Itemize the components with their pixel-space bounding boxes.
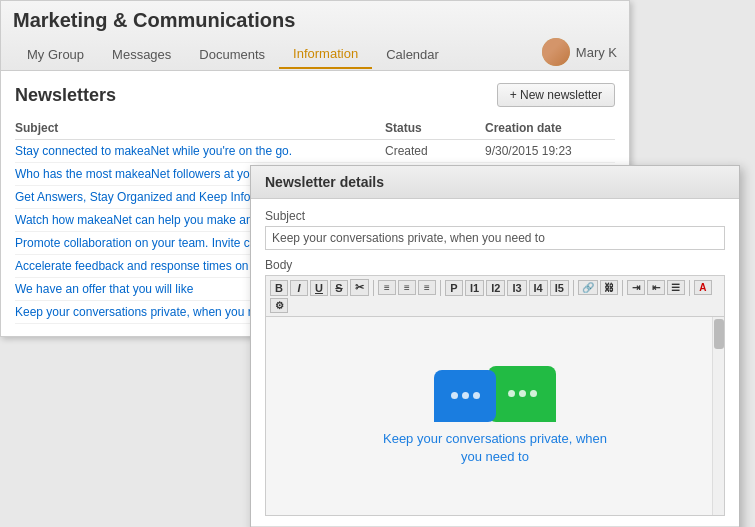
row-subject[interactable]: Stay connected to makeaNet while you're …: [15, 144, 385, 158]
row-date: 9/30/2015 19:23: [485, 144, 615, 158]
dot: [451, 392, 458, 399]
dot: [508, 390, 515, 397]
avatar: [542, 38, 570, 66]
editor-scrollbar[interactable]: [712, 317, 724, 515]
toolbar-align-left[interactable]: ≡: [378, 280, 396, 295]
app-title: Marketing & Communications: [13, 9, 617, 38]
toolbar-italic[interactable]: I: [290, 280, 308, 296]
dot: [519, 390, 526, 397]
chat-bubbles: [434, 366, 556, 422]
toolbar-align-right[interactable]: ≡: [418, 280, 436, 295]
detail-header: Newsletter details: [251, 166, 739, 199]
detail-body: Subject Body B I U S ✂ ≡ ≡ ≡ P I1 I2 I3 …: [251, 199, 739, 526]
toolbar-align-center[interactable]: ≡: [398, 280, 416, 295]
bubble-dots: [451, 392, 480, 399]
toolbar-separator: [440, 280, 441, 296]
nav-bar: My Group Messages Documents Information …: [13, 38, 617, 70]
dot: [473, 392, 480, 399]
toolbar-separator: [373, 280, 374, 296]
bubble-green: [488, 366, 556, 422]
toolbar-list[interactable]: ☰: [667, 280, 685, 295]
table-header: Subject Status Creation date: [15, 117, 615, 140]
col-status: Status: [385, 121, 485, 135]
main-header: Marketing & Communications My Group Mess…: [1, 1, 629, 71]
nav-item-calendar[interactable]: Calendar: [372, 41, 453, 68]
editor-caption: Keep your conversations private, whenyou…: [383, 430, 607, 466]
toolbar-h5[interactable]: I5: [550, 280, 569, 296]
col-subject: Subject: [15, 121, 385, 135]
nav-item-information[interactable]: Information: [279, 40, 372, 69]
toolbar-h2[interactable]: I2: [486, 280, 505, 296]
toolbar-h1[interactable]: I1: [465, 280, 484, 296]
toolbar-unlink[interactable]: ⛓: [600, 280, 618, 295]
col-date: Creation date: [485, 121, 615, 135]
body-label: Body: [265, 258, 725, 272]
editor-toolbar: B I U S ✂ ≡ ≡ ≡ P I1 I2 I3 I4 I5 🔗 ⛓ ⇥ ⇤…: [265, 275, 725, 316]
nav-item-messages[interactable]: Messages: [98, 41, 185, 68]
toolbar-separator: [573, 280, 574, 296]
scrollbar-thumb[interactable]: [714, 319, 724, 349]
toolbar-bold[interactable]: B: [270, 280, 288, 296]
nav-item-mygroup[interactable]: My Group: [13, 41, 98, 68]
toolbar-separator: [622, 280, 623, 296]
toolbar-h3[interactable]: I3: [507, 280, 526, 296]
section-title: Newsletters: [15, 85, 116, 106]
toolbar-outdent[interactable]: ⇤: [647, 280, 665, 295]
toolbar-p[interactable]: P: [445, 280, 463, 296]
new-newsletter-button[interactable]: + New newsletter: [497, 83, 615, 107]
nav-item-documents[interactable]: Documents: [185, 41, 279, 68]
subject-input[interactable]: [265, 226, 725, 250]
bubble-dots: [508, 390, 537, 397]
avatar-image: [542, 38, 570, 66]
toolbar-h4[interactable]: I4: [529, 280, 548, 296]
toolbar-separator: [689, 280, 690, 296]
toolbar-strikethrough[interactable]: S: [330, 280, 348, 296]
toolbar-underline[interactable]: U: [310, 280, 328, 296]
toolbar-indent[interactable]: ⇥: [627, 280, 645, 295]
subject-label: Subject: [265, 209, 725, 223]
section-header: Newsletters + New newsletter: [15, 83, 615, 107]
dot: [530, 390, 537, 397]
toolbar-more[interactable]: ⚙: [270, 298, 288, 313]
toolbar-color[interactable]: A: [694, 280, 712, 295]
table-row[interactable]: Stay connected to makeaNet while you're …: [15, 140, 615, 163]
detail-panel: Newsletter details Subject Body B I U S …: [250, 165, 740, 527]
dot: [462, 392, 469, 399]
toolbar-link[interactable]: 🔗: [578, 280, 598, 295]
row-status: Created: [385, 144, 485, 158]
nav-user: Mary K: [542, 38, 617, 70]
bubble-blue: [434, 370, 496, 422]
toolbar-cut[interactable]: ✂: [350, 279, 369, 296]
editor-area[interactable]: Keep your conversations private, whenyou…: [265, 316, 725, 516]
user-name: Mary K: [576, 45, 617, 60]
